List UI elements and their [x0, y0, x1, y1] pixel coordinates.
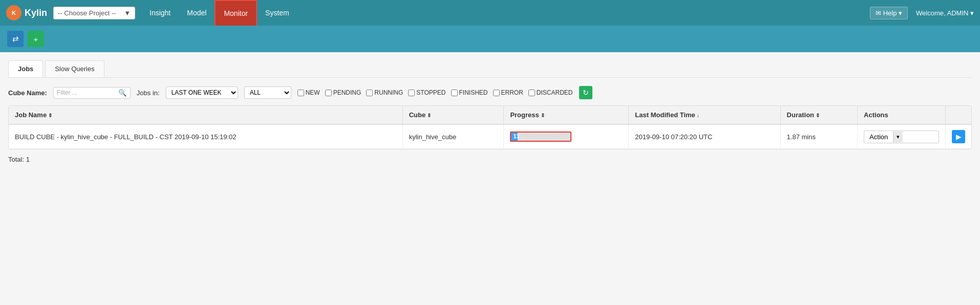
brand-name: Kylin [25, 8, 47, 18]
action-dropdown[interactable]: Action▾ [864, 130, 939, 143]
welcome-label: Welcome, ADMIN ▾ [916, 9, 974, 17]
brand: K Kylin [6, 5, 47, 20]
checkbox-label-pending: PENDING [333, 89, 361, 96]
checkbox-input-stopped[interactable] [408, 90, 415, 96]
nav-item-system[interactable]: System [257, 0, 297, 26]
td-view: ▶ [946, 124, 972, 149]
progress-number: 11 [513, 133, 519, 139]
td-duration: 1.87 mins [780, 124, 858, 149]
tab-slow-queries[interactable]: Slow Queries [45, 60, 104, 77]
checkbox-input-discarded[interactable] [528, 90, 535, 96]
brand-icon: K [6, 5, 22, 20]
sort-icon-progress: ⇕ [541, 113, 545, 118]
sort-icon-duration: ⇕ [816, 113, 820, 118]
th-actions[interactable]: Actions [858, 106, 946, 124]
view-info-button[interactable]: ▶ [952, 130, 965, 143]
checkbox-label-error: ERROR [501, 89, 523, 96]
checkbox-running: RUNNING [366, 89, 403, 96]
cube-name-filter-input[interactable] [57, 89, 118, 96]
sort-icon-cube: ⇕ [427, 113, 431, 118]
th-cube[interactable]: Cube⇕ [402, 106, 504, 124]
svg-text:K: K [12, 10, 16, 16]
checkbox-stopped: STOPPED [408, 89, 445, 96]
tab-jobs[interactable]: Jobs [8, 60, 43, 77]
content: JobsSlow Queries Cube Name: 🔍 Jobs in: L… [0, 52, 980, 305]
checkbox-label-stopped: STOPPED [416, 89, 445, 96]
nav-right: ✉ Help ▾ Welcome, ADMIN ▾ [870, 7, 974, 19]
project-select-label: -- Choose Project -- [58, 9, 116, 17]
action-caret-button[interactable]: ▾ [893, 132, 903, 142]
checkbox-input-running[interactable] [366, 90, 373, 96]
checkbox-pending: PENDING [325, 89, 361, 96]
table-header-row: Job Name⇕Cube⇕Progress⇕Last Modified Tim… [9, 106, 971, 124]
checkbox-input-finished[interactable] [451, 90, 458, 96]
checkbox-label-finished: FINISHED [459, 89, 488, 96]
search-icon-button[interactable]: 🔍 [118, 89, 127, 97]
checkbox-label-discarded: DISCARDED [537, 89, 573, 96]
status-select[interactable]: ALLNEWPENDINGRUNNINGSTOPPEDFINISHEDERROR [244, 86, 291, 99]
checkbox-discarded: DISCARDED [528, 89, 573, 96]
filter-row: Cube Name: 🔍 Jobs in: LAST ONE WEEKLAST … [8, 86, 972, 99]
checkbox-input-pending[interactable] [325, 90, 332, 96]
sort-icon-job-name: ⇕ [48, 113, 52, 118]
project-select[interactable]: -- Choose Project -- ▼ [53, 7, 135, 19]
checkbox-finished: FINISHED [451, 89, 488, 96]
table-body: BUILD CUBE - kylin_hive_cube - FULL_BUIL… [9, 124, 971, 149]
action-main-button[interactable]: Action [864, 131, 893, 143]
total-label: Total: 1 [8, 156, 972, 163]
progress-bar-wrap: 11 [510, 132, 571, 142]
table-row: BUILD CUBE - kylin_hive_cube - FULL_BUIL… [9, 124, 971, 149]
th-progress[interactable]: Progress⇕ [504, 106, 629, 124]
td-progress: 11 [504, 124, 629, 149]
table-header: Job Name⇕Cube⇕Progress⇕Last Modified Tim… [9, 106, 971, 124]
checkbox-input-new[interactable] [297, 90, 304, 96]
nav-items: InsightModelMonitorSystem [141, 0, 868, 26]
jobs-table: Job Name⇕Cube⇕Progress⇕Last Modified Tim… [9, 106, 971, 149]
td-actions: Action▾ [858, 124, 946, 149]
navbar: K Kylin -- Choose Project -- ▼ InsightMo… [0, 0, 980, 26]
refresh-button[interactable]: ↻ [579, 86, 592, 99]
jobs-in-label: Jobs in: [137, 89, 160, 97]
td-cube: kylin_hive_cube [402, 124, 504, 149]
chevron-down-icon: ▼ [124, 9, 131, 17]
nav-item-monitor[interactable]: Monitor [215, 0, 257, 26]
td-last-modified: 2019-09-10 07:20:20 UTC [629, 124, 780, 149]
toolbar: ⇄ + [0, 26, 980, 52]
td-job-name: BUILD CUBE - kylin_hive_cube - FULL_BUIL… [9, 124, 402, 149]
checkbox-error: ERROR [493, 89, 523, 96]
checkbox-new: NEW [297, 89, 320, 96]
add-button[interactable]: + [28, 31, 44, 47]
exchange-icon-button[interactable]: ⇄ [7, 31, 24, 47]
sort-icon-last-modified: ↓ [697, 113, 699, 118]
cube-name-label: Cube Name: [8, 89, 47, 97]
cube-name-filter-wrap: 🔍 [53, 87, 131, 99]
checkbox-label-new: NEW [306, 89, 320, 96]
help-button[interactable]: ✉ Help ▾ [870, 7, 908, 19]
status-checkboxes: NEWPENDINGRUNNINGSTOPPEDFINISHEDERRORDIS… [297, 89, 573, 96]
progress-cell: 11 [510, 132, 622, 142]
th-duration[interactable]: Duration⇕ [780, 106, 858, 124]
tabs: JobsSlow Queries [8, 60, 972, 78]
nav-item-model[interactable]: Model [179, 0, 215, 26]
checkbox-input-error[interactable] [493, 90, 500, 96]
th-job-name[interactable]: Job Name⇕ [9, 106, 402, 124]
th-last-modified[interactable]: Last Modified Time↓ [629, 106, 780, 124]
nav-item-insight[interactable]: Insight [141, 0, 179, 26]
checkbox-label-running: RUNNING [374, 89, 403, 96]
jobs-table-wrap: Job Name⇕Cube⇕Progress⇕Last Modified Tim… [8, 105, 972, 149]
th-actions-extra [946, 106, 972, 124]
period-select[interactable]: LAST ONE WEEKLAST ONE DAYLAST ONE MONTH [166, 86, 238, 99]
